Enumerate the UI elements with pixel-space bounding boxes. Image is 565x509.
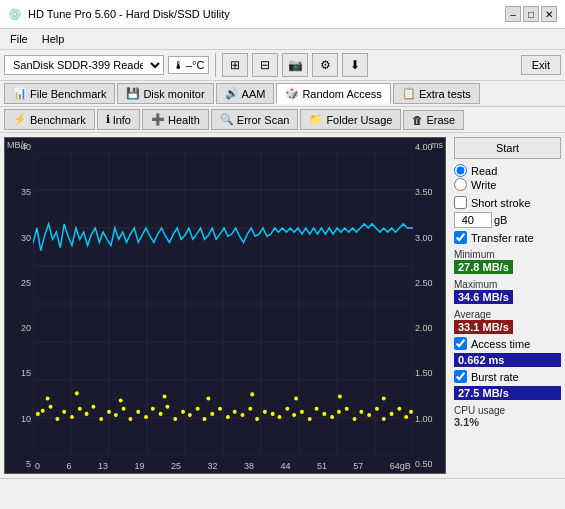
- tab-file-benchmark[interactable]: 📊 File Benchmark: [4, 83, 115, 104]
- nav-row-2: ⚡ Benchmark ℹ Info ➕ Health 🔍 Error Scan…: [0, 107, 565, 133]
- benchmark-label: Benchmark: [30, 114, 86, 126]
- folder-usage-icon: 📁: [309, 113, 323, 126]
- start-button[interactable]: Start: [454, 137, 561, 159]
- svg-point-71: [409, 410, 413, 414]
- gb-label: gB: [494, 214, 507, 226]
- svg-point-65: [367, 413, 371, 417]
- minimum-label: Minimum: [454, 249, 561, 260]
- svg-point-28: [91, 405, 95, 409]
- tab-health[interactable]: ➕ Health: [142, 109, 209, 130]
- right-panel: Start Read Write Short stroke gB Transfe…: [450, 133, 565, 478]
- tab-folder-usage[interactable]: 📁 Folder Usage: [300, 109, 401, 130]
- menu-help[interactable]: Help: [36, 31, 71, 47]
- svg-point-59: [322, 412, 326, 416]
- svg-point-50: [255, 417, 259, 421]
- svg-point-33: [128, 417, 132, 421]
- toolbar-btn-2[interactable]: ⊟: [252, 53, 278, 77]
- radio-write-label: Write: [471, 179, 496, 191]
- file-benchmark-icon: 📊: [13, 87, 27, 100]
- burst-rate-input[interactable]: [454, 370, 467, 383]
- average-value: 33.1 MB/s: [454, 320, 513, 334]
- gb-input[interactable]: [454, 212, 492, 228]
- maximize-button[interactable]: □: [523, 6, 539, 22]
- info-icon: ℹ: [106, 113, 110, 126]
- svg-point-80: [382, 396, 386, 400]
- app-icon: 💿: [8, 8, 22, 21]
- health-icon: ➕: [151, 113, 165, 126]
- svg-point-66: [375, 407, 379, 411]
- svg-point-57: [308, 417, 312, 421]
- error-scan-icon: 🔍: [220, 113, 234, 126]
- svg-point-35: [144, 415, 148, 419]
- scatter-dots: [36, 391, 413, 421]
- svg-point-73: [75, 391, 79, 395]
- tab-error-scan[interactable]: 🔍 Error Scan: [211, 109, 299, 130]
- thermometer-icon: 🌡: [173, 59, 184, 71]
- statusbar: [0, 478, 565, 483]
- short-stroke-input[interactable]: [454, 196, 467, 209]
- svg-point-51: [263, 410, 267, 414]
- aam-icon: 🔊: [225, 87, 239, 100]
- toolbar-btn-1[interactable]: ⊞: [222, 53, 248, 77]
- access-time-input[interactable]: [454, 337, 467, 350]
- svg-point-40: [181, 410, 185, 414]
- access-time-value: 0.662 ms: [454, 353, 561, 367]
- access-time-checkbox[interactable]: Access time: [454, 337, 561, 350]
- tab-erase[interactable]: 🗑 Erase: [403, 110, 464, 130]
- svg-point-75: [163, 394, 167, 398]
- average-label: Average: [454, 309, 561, 320]
- cpu-label: CPU usage: [454, 405, 561, 416]
- svg-point-41: [188, 413, 192, 417]
- svg-point-34: [136, 410, 140, 414]
- exit-button[interactable]: Exit: [521, 55, 561, 75]
- aam-label: AAM: [242, 88, 266, 100]
- device-select[interactable]: SanDisk SDDR-399 Reader (64 gB): [4, 55, 164, 75]
- svg-point-31: [114, 413, 118, 417]
- radio-group: Read Write: [454, 162, 561, 193]
- svg-point-55: [292, 413, 296, 417]
- svg-point-42: [196, 407, 200, 411]
- transfer-rate-checkbox[interactable]: Transfer rate: [454, 231, 561, 244]
- burst-rate-checkbox[interactable]: Burst rate: [454, 370, 561, 383]
- x-axis-labels: 0 6 13 19 25 32 38 44 51 57 64gB: [33, 459, 413, 473]
- toolbar-btn-3[interactable]: 📷: [282, 53, 308, 77]
- tab-extra-tests[interactable]: 📋 Extra tests: [393, 83, 480, 104]
- tab-info[interactable]: ℹ Info: [97, 109, 140, 130]
- short-stroke-label: Short stroke: [471, 197, 530, 209]
- tab-disk-monitor[interactable]: 💾 Disk monitor: [117, 83, 213, 104]
- svg-point-72: [46, 396, 50, 400]
- radio-write[interactable]: Write: [454, 178, 561, 191]
- erase-icon: 🗑: [412, 114, 423, 126]
- radio-read[interactable]: Read: [454, 164, 561, 177]
- svg-point-74: [119, 399, 123, 403]
- temp-value: –°C: [186, 59, 204, 71]
- nav-row-1: 📊 File Benchmark 💾 Disk monitor 🔊 AAM 🎲 …: [0, 81, 565, 107]
- radio-write-input[interactable]: [454, 178, 467, 191]
- error-scan-label: Error Scan: [237, 114, 290, 126]
- tab-aam[interactable]: 🔊 AAM: [216, 83, 275, 104]
- svg-point-77: [250, 392, 254, 396]
- extra-tests-label: Extra tests: [419, 88, 471, 100]
- app-title: HD Tune Pro 5.60 - Hard Disk/SSD Utility: [28, 8, 230, 20]
- menu-file[interactable]: File: [4, 31, 34, 47]
- y-axis-left: 40 35 30 25 20 15 10 5: [5, 138, 33, 473]
- svg-point-53: [278, 415, 282, 419]
- toolbar-btn-4[interactable]: ⚙: [312, 53, 338, 77]
- minimize-button[interactable]: –: [505, 6, 521, 22]
- menubar: File Help: [0, 29, 565, 50]
- extra-tests-icon: 📋: [402, 87, 416, 100]
- svg-point-68: [390, 412, 394, 416]
- tab-benchmark[interactable]: ⚡ Benchmark: [4, 109, 95, 130]
- close-button[interactable]: ✕: [541, 6, 557, 22]
- tab-random-access[interactable]: 🎲 Random Access: [276, 83, 390, 104]
- transfer-rate-input[interactable]: [454, 231, 467, 244]
- random-access-icon: 🎲: [285, 87, 299, 100]
- toolbar-btn-5[interactable]: ⬇: [342, 53, 368, 77]
- svg-point-26: [78, 407, 82, 411]
- svg-point-23: [55, 417, 59, 421]
- short-stroke-checkbox[interactable]: Short stroke: [454, 196, 561, 209]
- radio-read-input[interactable]: [454, 164, 467, 177]
- main-content: MB/s ms 40 35 30 25 20 15 10 5 4.00 3.50…: [0, 133, 565, 478]
- burst-rate-value: 27.5 MB/s: [454, 386, 561, 400]
- transfer-rate-label: Transfer rate: [471, 232, 534, 244]
